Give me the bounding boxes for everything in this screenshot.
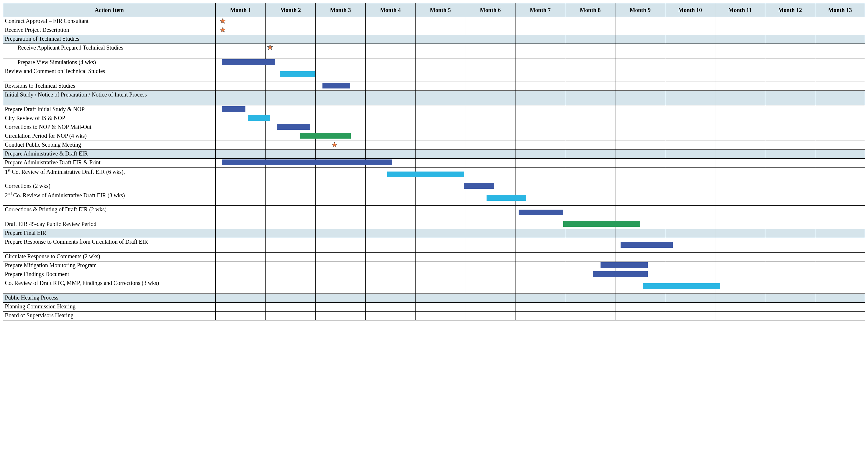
month-cell: [216, 26, 266, 35]
month-cell: [815, 253, 865, 261]
month-cell: [316, 294, 365, 303]
gantt-overlay: [216, 182, 265, 191]
row-label: Prepare Administrative Draft EIR & Print: [3, 159, 216, 167]
month-cell: [615, 205, 665, 220]
month-cell: [815, 114, 865, 123]
month-cell: [665, 167, 715, 182]
month-cell: [216, 141, 266, 150]
row-label: Corrections (2 wks): [3, 182, 216, 191]
month-cell: [216, 114, 266, 123]
month-cell: [316, 191, 365, 205]
header-month: Month 12: [765, 3, 815, 17]
month-cell: [266, 279, 315, 294]
gantt-overlay: [216, 270, 265, 279]
month-cell: [266, 123, 315, 132]
month-cell: [565, 67, 615, 82]
month-cell: [216, 279, 266, 294]
month-cell: [615, 58, 665, 67]
row-label: Corrections & Printing of Draft EIR (2 w…: [3, 205, 216, 220]
month-cell: [765, 141, 815, 150]
month-cell: [815, 58, 865, 67]
table-row: Receive Applicant Prepared Technical Stu…: [3, 44, 865, 58]
month-cell: [316, 150, 365, 159]
month-cell: [365, 182, 415, 191]
month-cell: [266, 229, 315, 238]
table-row: Circulate Response to Comments (2 wks): [3, 253, 865, 261]
month-cell: [565, 191, 615, 205]
month-cell: [565, 35, 615, 44]
month-cell: [515, 123, 565, 132]
month-cell: [715, 17, 765, 26]
month-cell: [565, 123, 615, 132]
month-cell: [615, 105, 665, 114]
month-cell: [665, 253, 715, 261]
month-cell: [216, 191, 266, 205]
month-cell: [765, 123, 815, 132]
month-cell: [665, 279, 715, 294]
month-cell: [365, 191, 415, 205]
month-cell: [465, 238, 515, 253]
month-cell: [465, 123, 515, 132]
gantt-overlay: [216, 26, 265, 35]
month-cell: [665, 220, 715, 229]
month-cell: [815, 17, 865, 26]
month-cell: [765, 270, 815, 279]
month-cell: [415, 279, 465, 294]
month-cell: [216, 220, 266, 229]
month-cell: [615, 35, 665, 44]
month-cell: [715, 229, 765, 238]
month-cell: [216, 312, 266, 320]
row-label: Prepare Administrative & Draft EIR: [3, 150, 216, 159]
month-cell: [565, 253, 615, 261]
month-cell: [415, 105, 465, 114]
month-cell: [815, 303, 865, 312]
month-cell: [465, 159, 515, 167]
gantt-overlay: [216, 220, 265, 229]
month-cell: [316, 303, 365, 312]
month-cell: [316, 159, 365, 167]
month-cell: [815, 279, 865, 294]
month-cell: [665, 150, 715, 159]
month-cell: [815, 67, 865, 82]
svg-marker-0: [220, 18, 226, 24]
month-cell: [715, 105, 765, 114]
month-cell: [715, 159, 765, 167]
month-cell: [665, 44, 715, 58]
month-cell: [615, 229, 665, 238]
month-cell: [765, 105, 815, 114]
header-row: Action Item Month 1 Month 2 Month 3 Mont…: [3, 3, 865, 17]
month-cell: [665, 303, 715, 312]
month-cell: [665, 114, 715, 123]
table-row: Draft EIR 45-day Public Review Period: [3, 220, 865, 229]
month-cell: [815, 294, 865, 303]
month-cell: [365, 17, 415, 26]
month-cell: [415, 114, 465, 123]
month-cell: [765, 205, 815, 220]
month-cell: [665, 35, 715, 44]
month-cell: [715, 82, 765, 91]
month-cell: [665, 141, 715, 150]
month-cell: [565, 205, 615, 220]
month-cell: [615, 67, 665, 82]
month-cell: [415, 150, 465, 159]
month-cell: [216, 303, 266, 312]
month-cell: [665, 270, 715, 279]
month-cell: [515, 58, 565, 67]
month-cell: [316, 58, 365, 67]
month-cell: [565, 105, 615, 114]
month-cell: [216, 270, 266, 279]
month-cell: [515, 167, 565, 182]
month-cell: [465, 26, 515, 35]
month-cell: [415, 261, 465, 270]
month-cell: [415, 35, 465, 44]
month-cell: [316, 67, 365, 82]
month-cell: [216, 253, 266, 261]
month-cell: [665, 229, 715, 238]
gantt-overlay: [216, 205, 265, 220]
month-cell: [216, 91, 266, 105]
month-cell: [266, 82, 315, 91]
month-cell: [615, 167, 665, 182]
month-cell: [815, 44, 865, 58]
month-cell: [515, 205, 565, 220]
row-label: Prepare Findings Document: [3, 270, 216, 279]
